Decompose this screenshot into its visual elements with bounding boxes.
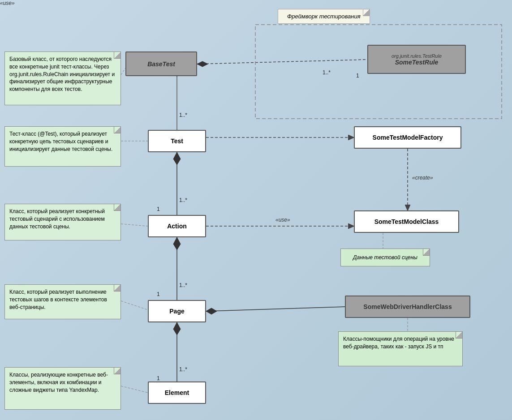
mult-page-upper: 1..* — [179, 282, 187, 288]
note-testscene: Данные тестовой сцены — [340, 249, 430, 266]
class-sometestRule: org.junit.rules.TestRule SomeTestRule — [367, 45, 466, 74]
svg-line-20 — [121, 68, 125, 75]
class-page: Page — [148, 300, 206, 322]
svg-line-23 — [121, 301, 148, 310]
svg-line-24 — [121, 386, 148, 393]
mult-basetest-agg: 1..* — [323, 69, 331, 76]
mult-page-lower: 1 — [157, 291, 160, 297]
create-label: «create» — [412, 175, 433, 181]
use-label-test-factory: «use» — [0, 0, 15, 6]
note-test: Тест-класс (@Test), который реализует ко… — [4, 126, 121, 167]
svg-line-14 — [206, 307, 345, 311]
svg-marker-13 — [173, 237, 181, 250]
svg-marker-9 — [173, 152, 181, 165]
class-sometestmodelclass: SomeTestModelClass — [354, 210, 459, 233]
svg-marker-15 — [206, 308, 217, 314]
svg-marker-4 — [197, 61, 208, 67]
class-test: Test — [148, 130, 206, 152]
mult-element-lower: 1 — [157, 375, 160, 381]
class-element: Element — [148, 381, 206, 404]
note-element: Классы, реализующие конкретные веб-элеме… — [4, 367, 121, 410]
diagram-container: «use» «create» «use» Фреймворк тестирова… — [0, 0, 512, 420]
framework-note: Фреймворк тестирования — [278, 9, 370, 24]
note-page: Класс, который реализует выполнение тест… — [4, 284, 121, 319]
class-sometestmodelfactory: SomeTestModelFactory — [354, 126, 461, 149]
mult-action-lower: 1 — [157, 206, 160, 212]
use-label-action-class: «use» — [275, 217, 290, 223]
note-webdriver: Классы-помощники для операций на уровне … — [338, 331, 463, 366]
mult-action-upper: 1..* — [179, 197, 187, 203]
mult-element-upper: 1..* — [179, 366, 187, 373]
svg-line-3 — [197, 60, 367, 64]
class-somewebdriverhandler: SomeWebDriverHandlerClass — [345, 296, 470, 318]
mult-someTestrule: 1 — [356, 73, 359, 79]
class-basetest: BaseTest — [125, 51, 197, 76]
svg-line-22 — [121, 224, 148, 226]
svg-marker-19 — [173, 322, 181, 335]
note-action: Класс, который реализует конкретный тест… — [4, 204, 121, 240]
mult-test-upper: 1..* — [179, 112, 187, 118]
class-action: Action — [148, 215, 206, 237]
note-basetest: Базовый класс, от которого наследуются в… — [4, 51, 121, 105]
